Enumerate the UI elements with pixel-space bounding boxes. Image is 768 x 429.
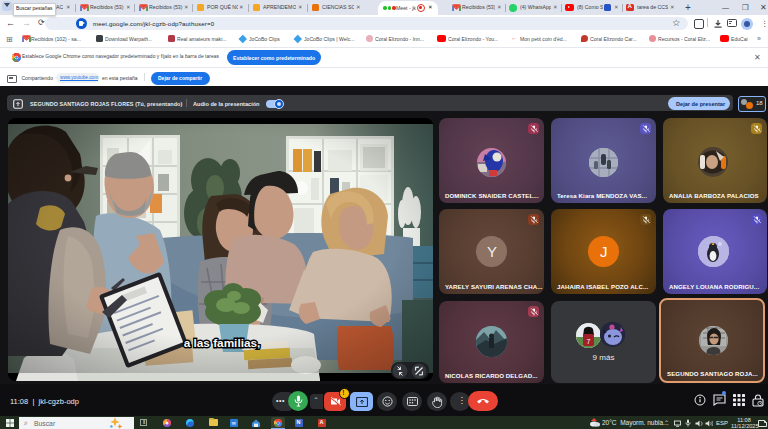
- svg-text:7: 7: [587, 338, 591, 345]
